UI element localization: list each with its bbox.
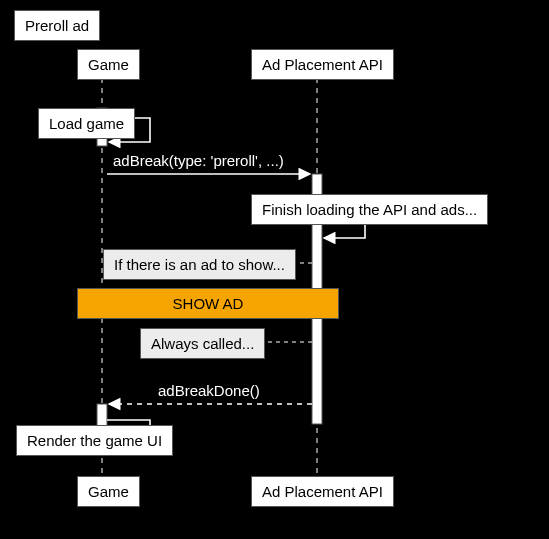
step-adbreak-done: adBreakDone() [158, 382, 260, 399]
note-if-ad: If there is an ad to show... [103, 249, 296, 280]
step-render-ui: Render the game UI [16, 425, 173, 456]
step-finish-loading: Finish loading the API and ads... [251, 194, 488, 225]
participant-api-top: Ad Placement API [251, 49, 394, 80]
step-adbreak-call: adBreak(type: 'preroll', ...) [113, 152, 284, 169]
participant-game-top: Game [77, 49, 140, 80]
diagram-title: Preroll ad [14, 10, 100, 41]
note-always-called: Always called... [140, 328, 265, 359]
participant-game-bottom: Game [77, 476, 140, 507]
step-load-game: Load game [38, 108, 135, 139]
step-show-ad: SHOW AD [77, 288, 339, 319]
participant-api-bottom: Ad Placement API [251, 476, 394, 507]
